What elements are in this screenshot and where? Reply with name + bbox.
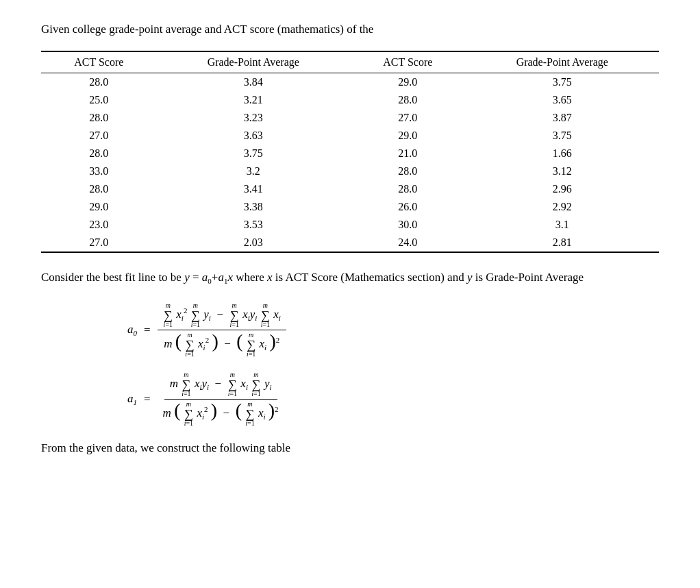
table-cell: 21.0 [350, 145, 466, 162]
table-cell: 30.0 [350, 216, 466, 234]
table-row: 29.03.3826.02.92 [41, 198, 659, 216]
table-cell: 28.0 [41, 73, 157, 91]
table-cell: 3.38 [157, 198, 350, 216]
table-cell: 3.1 [466, 216, 659, 234]
table-row: 28.03.8429.03.75 [41, 73, 659, 91]
col-header-act2: ACT Score [350, 51, 466, 73]
table-cell: 3.63 [157, 127, 350, 145]
table-cell: 2.03 [157, 234, 350, 252]
col-header-gpa1: Grade-Point Average [157, 51, 350, 73]
table-cell: 27.0 [41, 234, 157, 252]
a0-formula: a0 = m∑i=1 xi2 m∑i=1 yi − m∑i=1 xiyi m∑i… [96, 301, 659, 359]
table-row: 28.03.2327.03.87 [41, 109, 659, 127]
table-cell: 3.41 [157, 180, 350, 198]
formulas-block: a0 = m∑i=1 xi2 m∑i=1 yi − m∑i=1 xiyi m∑i… [96, 301, 659, 428]
table-cell: 3.12 [466, 162, 659, 180]
a0-denominator: m ( m∑i=1 xi2 ) − ( m∑i=1 xi )2 [158, 330, 285, 359]
table-row: 33.03.228.03.12 [41, 162, 659, 180]
table-cell: 3.84 [157, 73, 350, 91]
table-header-row: ACT Score Grade-Point Average ACT Score … [41, 51, 659, 73]
a0-fraction: m∑i=1 xi2 m∑i=1 yi − m∑i=1 xiyi m∑i=1 xi… [158, 301, 286, 359]
table-cell: 3.75 [157, 145, 350, 162]
table-cell: 3.87 [466, 109, 659, 127]
table-cell: 29.0 [350, 73, 466, 91]
table-cell: 25.0 [41, 91, 157, 109]
a1-fraction: m m∑i=1 xiyi − m∑i=1 xi m∑i=1 yi m ( m∑i… [158, 370, 284, 428]
a1-label: a1 [96, 392, 137, 406]
description-paragraph: Consider the best fit line to be y = a0+… [41, 268, 659, 288]
conclusion-paragraph: From the given data, we construct the fo… [41, 439, 659, 457]
table-cell: 2.81 [466, 234, 659, 252]
table-cell: 29.0 [41, 198, 157, 216]
a0-label: a0 [96, 323, 137, 337]
equals-sign-a1: = [144, 393, 151, 406]
table-row: 25.03.2128.03.65 [41, 91, 659, 109]
table-cell: 24.0 [350, 234, 466, 252]
table-cell: 29.0 [350, 127, 466, 145]
table-cell: 2.92 [466, 198, 659, 216]
table-cell: 28.0 [350, 91, 466, 109]
table-cell: 3.75 [466, 73, 659, 91]
table-cell: 26.0 [350, 198, 466, 216]
table-cell: 1.66 [466, 145, 659, 162]
table-cell: 3.75 [466, 127, 659, 145]
table-row: 27.02.0324.02.81 [41, 234, 659, 252]
table-cell: 27.0 [350, 109, 466, 127]
table-cell: 28.0 [41, 180, 157, 198]
table-cell: 23.0 [41, 216, 157, 234]
table-cell: 28.0 [350, 180, 466, 198]
col-header-gpa2: Grade-Point Average [466, 51, 659, 73]
table-cell: 3.53 [157, 216, 350, 234]
a1-denominator: m ( m∑i=1 xi2 ) − ( m∑i=1 xi )2 [158, 400, 284, 428]
table-row: 28.03.7521.01.66 [41, 145, 659, 162]
table-row: 28.03.4128.02.96 [41, 180, 659, 198]
table-cell: 28.0 [350, 162, 466, 180]
table-cell: 2.96 [466, 180, 659, 198]
table-cell: 28.0 [41, 109, 157, 127]
table-cell: 28.0 [41, 145, 157, 162]
a1-numerator: m m∑i=1 xiyi − m∑i=1 xi m∑i=1 yi [164, 370, 277, 400]
table-cell: 3.65 [466, 91, 659, 109]
table-cell: 33.0 [41, 162, 157, 180]
equals-sign-a0: = [144, 323, 151, 337]
intro-paragraph: Given college grade-point average and AC… [41, 21, 659, 38]
table-cell: 3.2 [157, 162, 350, 180]
a1-formula: a1 = m m∑i=1 xiyi − m∑i=1 xi m∑i=1 yi m … [96, 370, 659, 428]
data-table: ACT Score Grade-Point Average ACT Score … [41, 51, 659, 253]
table-cell: 27.0 [41, 127, 157, 145]
table-row: 23.03.5330.03.1 [41, 216, 659, 234]
a0-numerator: m∑i=1 xi2 m∑i=1 yi − m∑i=1 xiyi m∑i=1 xi [158, 301, 286, 330]
table-cell: 3.21 [157, 91, 350, 109]
col-header-act1: ACT Score [41, 51, 157, 73]
table-cell: 3.23 [157, 109, 350, 127]
table-row: 27.03.6329.03.75 [41, 127, 659, 145]
